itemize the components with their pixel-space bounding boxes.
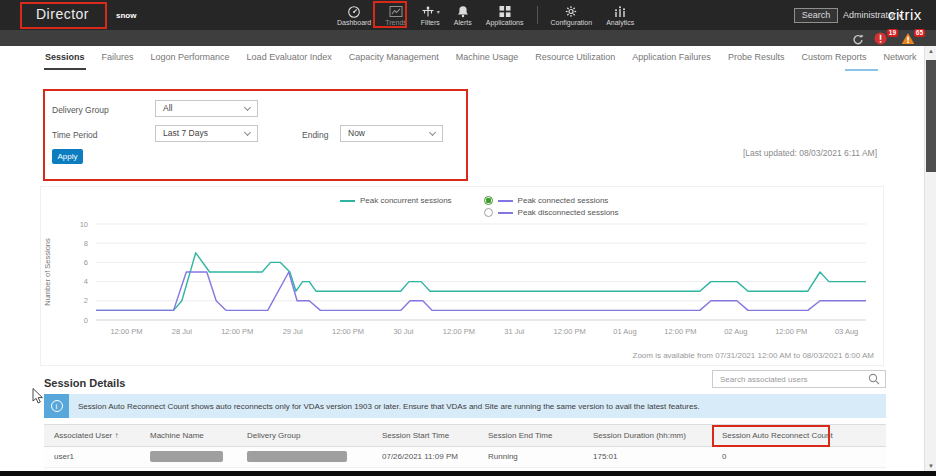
table-body: user107/26/2021 11:09 PMRunning175:010us… bbox=[44, 447, 886, 471]
legend-item-peak-concurrent-sessions: Peak concurrent sessions bbox=[340, 196, 452, 205]
tab-custom-reports[interactable]: Custom Reports bbox=[800, 48, 867, 68]
tab-capacity-management[interactable]: Capacity Management bbox=[348, 48, 440, 68]
nav-item-configuration[interactable]: Configuration bbox=[544, 0, 600, 30]
svg-text:12:00 PM: 12:00 PM bbox=[332, 327, 364, 336]
tab-scroll-indicator bbox=[845, 69, 878, 71]
nav-item-dashboard[interactable]: Dashboard bbox=[330, 0, 378, 30]
delivery-group-label: Delivery Group bbox=[52, 105, 109, 115]
time-period-dropdown[interactable]: Last 7 Days bbox=[155, 125, 258, 142]
utility-bar bbox=[0, 30, 936, 46]
redacted-value bbox=[247, 451, 347, 462]
ending-dropdown[interactable]: Now bbox=[340, 125, 443, 142]
applications-icon bbox=[498, 5, 512, 18]
director-logo[interactable]: Director bbox=[36, 6, 89, 22]
cell-associated-user: user1 bbox=[44, 447, 140, 469]
nav-icon-row bbox=[613, 5, 627, 18]
svg-text:30 Jul: 30 Jul bbox=[393, 327, 413, 336]
nav-item-analytics[interactable]: Analytics bbox=[599, 0, 641, 30]
time-period-value: Last 7 Days bbox=[163, 128, 208, 138]
warning-alert-badge: 65 bbox=[914, 29, 925, 37]
dashboard-icon bbox=[347, 5, 361, 18]
cell-delivery-group bbox=[237, 447, 372, 469]
chevron-down-icon bbox=[244, 129, 251, 136]
chevron-down-icon bbox=[429, 129, 436, 136]
svg-text:12:00 PM: 12:00 PM bbox=[554, 327, 586, 336]
critical-alert-icon bbox=[874, 32, 887, 45]
svg-text:10: 10 bbox=[80, 220, 88, 229]
chevron-down-icon bbox=[244, 104, 251, 111]
scroll-down-icon[interactable]: ▼ bbox=[925, 463, 936, 469]
tab-failures[interactable]: Failures bbox=[101, 48, 135, 68]
legend-item-peak-connected-sessions[interactable]: Peak connected sessions bbox=[484, 196, 619, 205]
tab-logon-performance[interactable]: Logon Performance bbox=[150, 48, 231, 68]
refresh-icon[interactable] bbox=[851, 32, 865, 44]
search-button[interactable]: Search bbox=[794, 8, 838, 23]
trends-tab-bar: SessionsFailuresLogon PerformanceLoad Ev… bbox=[44, 48, 917, 72]
info-banner-text: Session Auto Reconnect Count shows auto … bbox=[69, 402, 700, 411]
svg-text:12:00 PM: 12:00 PM bbox=[221, 327, 253, 336]
tab-network[interactable]: Network bbox=[882, 48, 917, 68]
tab-application-failures[interactable]: Application Failures bbox=[631, 48, 712, 68]
tab-resource-utilization[interactable]: Resource Utilization bbox=[534, 48, 616, 68]
sessions-line-chart[interactable]: 024681012:00 PM28 Jul12:00 PM29 Jul12:00… bbox=[40, 218, 884, 350]
tab-probe-results[interactable]: Probe Results bbox=[727, 48, 786, 68]
vertical-scrollbar[interactable]: ▲ ▼ bbox=[924, 46, 936, 476]
cell-session-duration-hh-mm: 175:01 bbox=[583, 447, 712, 469]
svg-text:31 Jul: 31 Jul bbox=[504, 327, 524, 336]
apply-button[interactable]: Apply bbox=[52, 149, 83, 164]
svg-text:28 Jul: 28 Jul bbox=[172, 327, 192, 336]
delivery-group-dropdown[interactable]: All bbox=[155, 100, 258, 117]
column-header-session-end-time[interactable]: Session End Time bbox=[478, 425, 583, 446]
legend-line-swatch bbox=[498, 200, 513, 202]
search-icon[interactable] bbox=[868, 373, 880, 385]
column-header-delivery-group[interactable]: Delivery Group bbox=[237, 425, 372, 446]
cell-machine-name bbox=[140, 447, 237, 469]
tab-load-evaluator-index[interactable]: Load Evaluator Index bbox=[246, 48, 333, 68]
warning-alerts-button[interactable]: 65 bbox=[901, 31, 923, 45]
nav-item-trends[interactable]: Trends bbox=[378, 0, 414, 30]
nav-item-filters[interactable]: ▾Filters bbox=[414, 0, 447, 30]
svg-text:12:00 PM: 12:00 PM bbox=[443, 327, 475, 336]
analytics-icon bbox=[613, 5, 627, 18]
svg-text:Number of Sessions: Number of Sessions bbox=[43, 238, 52, 306]
tab-sessions[interactable]: Sessions bbox=[44, 48, 86, 70]
scroll-up-icon[interactable]: ▲ bbox=[925, 48, 936, 54]
ending-value: Now bbox=[348, 128, 365, 138]
table-row[interactable]: user107/26/2021 11:09 PMRunning175:010 bbox=[44, 447, 886, 468]
info-icon: i bbox=[44, 394, 69, 418]
configuration-icon bbox=[564, 5, 578, 18]
legend-label: Peak connected sessions bbox=[518, 196, 609, 205]
citrix-director-window: Director snow DashboardTrends▾FiltersAle… bbox=[0, 0, 936, 476]
nav-item-alerts[interactable]: Alerts bbox=[447, 0, 479, 30]
ending-label: Ending bbox=[302, 130, 328, 140]
svg-text:03 Aug: 03 Aug bbox=[835, 327, 858, 336]
column-header-machine-name[interactable]: Machine Name bbox=[140, 425, 237, 446]
nav-item-label: Filters bbox=[421, 19, 440, 26]
nav-item-applications[interactable]: Applications bbox=[479, 0, 531, 30]
column-header-session-duration-hh-mm[interactable]: Session Duration (hh:mm) bbox=[583, 425, 712, 446]
column-header-session-start-time[interactable]: Session Start Time bbox=[372, 425, 478, 446]
chart-legend: Peak concurrent sessionsPeak connected s… bbox=[340, 196, 619, 217]
delivery-group-value: All bbox=[163, 103, 172, 113]
cell-session-auto-reconnect-count: 0 bbox=[712, 447, 886, 469]
radio-unselected-icon[interactable] bbox=[484, 208, 493, 217]
window-bottom-edge bbox=[0, 471, 936, 476]
legend-radio-group: Peak connected sessionsPeak disconnected… bbox=[484, 196, 619, 217]
tab-machine-usage[interactable]: Machine Usage bbox=[455, 48, 520, 68]
nav-divider bbox=[537, 6, 538, 24]
nav-item-label: Applications bbox=[486, 19, 524, 26]
scrollbar-thumb[interactable] bbox=[926, 60, 936, 172]
nav-icon-row bbox=[347, 5, 361, 18]
column-header-associated-user[interactable]: Associated User ↑ bbox=[44, 425, 140, 446]
legend-label: Peak concurrent sessions bbox=[360, 196, 452, 205]
time-period-label: Time Period bbox=[52, 130, 98, 140]
radio-selected-icon[interactable] bbox=[484, 196, 493, 205]
nav-icon-row bbox=[456, 5, 470, 18]
column-header-session-auto-reconnect-count[interactable]: Session Auto Reconnect Count bbox=[712, 425, 886, 446]
legend-item-peak-disconnected-sessions[interactable]: Peak disconnected sessions bbox=[484, 208, 619, 217]
trends-icon bbox=[389, 5, 403, 18]
nav-item-label: Analytics bbox=[606, 19, 634, 26]
critical-alerts-button[interactable]: 19 bbox=[874, 31, 896, 45]
nav-item-label: Dashboard bbox=[337, 19, 371, 26]
associated-users-search-input[interactable] bbox=[712, 370, 886, 388]
